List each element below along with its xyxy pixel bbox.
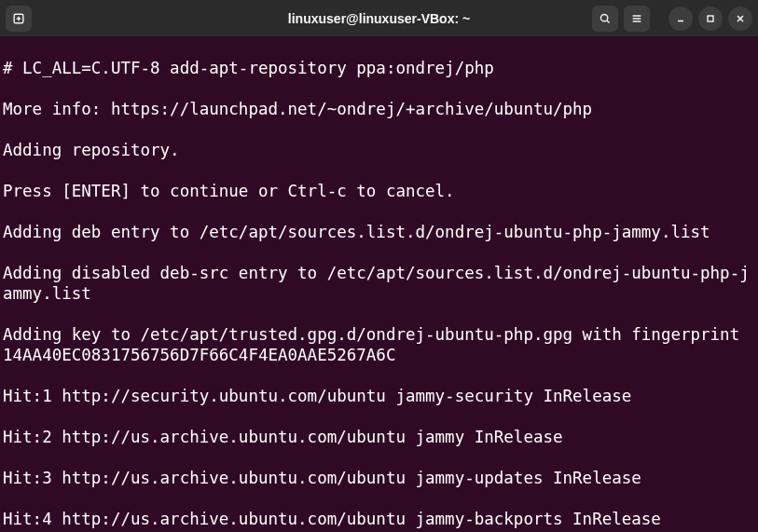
titlebar: linuxuser@linuxuser-VBox: ~	[0, 0, 758, 37]
output-line: Adding repository.	[3, 140, 755, 160]
output-line: More info: https://launchpad.net/~ondrej…	[3, 99, 755, 119]
output-line: Press [ENTER] to continue or Ctrl-c to c…	[3, 181, 755, 201]
output-line: Adding disabled deb-src entry to /etc/ap…	[3, 263, 755, 304]
close-button[interactable]	[728, 7, 752, 31]
menu-button[interactable]	[624, 6, 650, 32]
output-line: Hit:1 http://security.ubuntu.com/ubuntu …	[3, 386, 755, 406]
svg-rect-2	[708, 16, 713, 21]
output-line: Adding key to /etc/apt/trusted.gpg.d/ond…	[3, 324, 755, 365]
output-line: Hit:2 http://us.archive.ubuntu.com/ubunt…	[3, 427, 755, 447]
maximize-button[interactable]	[698, 7, 723, 31]
output-line: Adding deb entry to /etc/apt/sources.lis…	[3, 222, 755, 242]
output-line: # LC_ALL=C.UTF-8 add-apt-repository ppa:…	[3, 58, 755, 78]
output-line: Hit:3 http://us.archive.ubuntu.com/ubunt…	[3, 468, 755, 488]
new-tab-button[interactable]	[6, 6, 32, 32]
minimize-button[interactable]	[668, 7, 693, 31]
terminal-body[interactable]: # LC_ALL=C.UTF-8 add-apt-repository ppa:…	[0, 37, 758, 532]
search-button[interactable]	[592, 6, 618, 32]
svg-point-1	[600, 14, 607, 20]
output-line: Hit:4 http://us.archive.ubuntu.com/ubunt…	[3, 509, 755, 529]
